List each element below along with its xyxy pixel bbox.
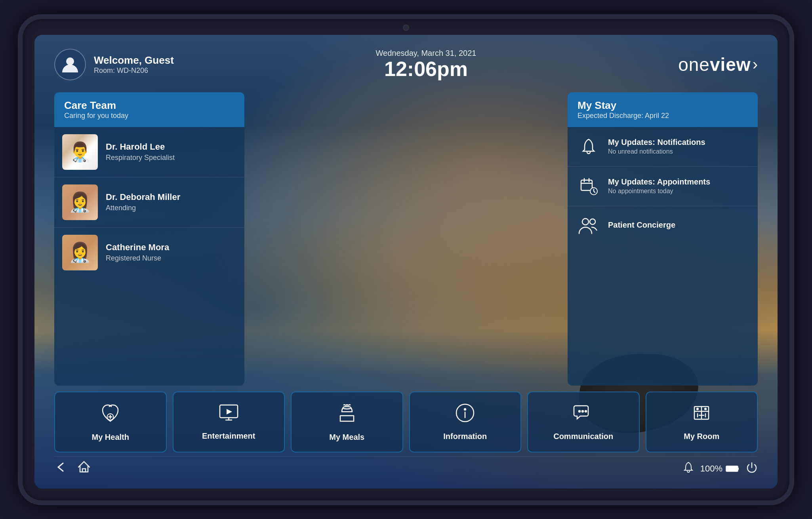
bell-icon	[578, 136, 599, 158]
care-member-harold[interactable]: Dr. Harold Lee Respiratory Specialist	[54, 127, 244, 177]
tile-health-label: My Health	[92, 433, 129, 442]
member-info-catherine: Catherine Mora Registered Nurse	[106, 242, 169, 262]
nav-right: 100%	[682, 461, 758, 476]
member-role-catherine: Registered Nurse	[106, 254, 169, 262]
svg-rect-23	[82, 469, 86, 472]
care-team-subtitle: Caring for you today	[64, 112, 234, 120]
care-team-title: Care Team	[64, 99, 234, 112]
logo-view: view	[710, 54, 751, 75]
svg-point-4	[590, 219, 595, 224]
svg-point-8	[343, 407, 351, 409]
battery-percentage: 100%	[700, 464, 722, 474]
tile-information[interactable]: Information	[409, 392, 522, 452]
people-icon	[578, 215, 599, 237]
svg-point-0	[66, 57, 74, 65]
svg-point-12	[579, 411, 580, 412]
care-member-deborah[interactable]: Dr. Deborah Miller Attending	[54, 177, 244, 228]
svg-point-11	[464, 409, 466, 410]
camera	[403, 25, 409, 31]
stay-appointments[interactable]: My Updates: Appointments No appointments…	[568, 167, 758, 206]
user-room: Room: WD-N206	[94, 67, 174, 75]
bottom-bar: 100%	[54, 456, 758, 481]
meals-icon	[337, 402, 357, 427]
notification-bell-icon[interactable]	[682, 461, 694, 476]
tile-room-label: My Room	[684, 432, 719, 441]
notifications-desc: No unread notifications	[608, 148, 705, 155]
health-icon	[99, 402, 121, 427]
my-stay-title: My Stay	[578, 99, 748, 112]
screen: Welcome, Guest Room: WD-N206 Wednesday, …	[34, 35, 778, 489]
member-photo-harold	[62, 134, 98, 170]
care-member-catherine[interactable]: Catherine Mora Registered Nurse	[54, 228, 244, 278]
member-photo-deborah	[62, 184, 98, 220]
tile-entertainment-label: Entertainment	[202, 432, 255, 441]
calendar-clock-icon	[578, 175, 599, 197]
user-text: Welcome, Guest Room: WD-N206	[94, 54, 174, 75]
tile-entertainment[interactable]: Entertainment	[173, 392, 285, 452]
svg-rect-1	[581, 180, 592, 190]
tablet-frame: Welcome, Guest Room: WD-N206 Wednesday, …	[18, 14, 794, 505]
tile-communication-label: Communication	[553, 432, 613, 441]
power-button[interactable]	[746, 461, 758, 476]
date-display: Wednesday, March 31, 2021	[376, 49, 477, 58]
tile-meals-label: My Meals	[329, 433, 364, 442]
header: Welcome, Guest Room: WD-N206 Wednesday, …	[54, 43, 758, 86]
datetime: Wednesday, March 31, 2021 12:06pm	[376, 49, 477, 80]
member-role-deborah: Attending	[106, 204, 180, 212]
svg-point-19	[705, 408, 706, 410]
stay-notifications[interactable]: My Updates: Notifications No unread noti…	[568, 127, 758, 167]
concierge-title: Patient Concierge	[608, 221, 675, 230]
svg-point-14	[585, 411, 587, 412]
logo: oneview ›	[678, 54, 758, 75]
logo-arrow: ›	[753, 55, 758, 73]
main-area: Care Team Caring for you today Dr. Harol…	[54, 92, 758, 386]
bottom-tiles: My Health Entertainment	[54, 392, 758, 452]
member-role-harold: Respiratory Specialist	[106, 154, 175, 162]
appointments-title: My Updates: Appointments	[608, 177, 710, 186]
my-stay-header: My Stay Expected Discharge: April 22	[568, 92, 758, 127]
logo-one: one	[678, 54, 710, 75]
member-name-harold: Dr. Harold Lee	[106, 142, 175, 152]
stay-concierge[interactable]: Patient Concierge	[568, 206, 758, 245]
my-stay-subtitle: Expected Discharge: April 22	[578, 112, 748, 120]
concierge-info: Patient Concierge	[608, 221, 675, 231]
care-team-header: Care Team Caring for you today	[54, 92, 244, 127]
avatar	[54, 49, 86, 80]
tile-my-room[interactable]: My Room	[646, 392, 758, 452]
tile-information-label: Information	[443, 432, 487, 441]
member-info-harold: Dr. Harold Lee Respiratory Specialist	[106, 142, 175, 162]
svg-marker-7	[227, 409, 232, 414]
user-info: Welcome, Guest Room: WD-N206	[54, 49, 174, 80]
user-greeting: Welcome, Guest	[94, 54, 174, 67]
back-button[interactable]	[54, 461, 67, 477]
information-icon	[455, 403, 475, 426]
care-team-panel: Care Team Caring for you today Dr. Harol…	[54, 92, 244, 386]
tile-my-health[interactable]: My Health	[54, 392, 167, 452]
content-area: Welcome, Guest Room: WD-N206 Wednesday, …	[34, 35, 778, 489]
battery-display: 100%	[700, 464, 740, 474]
communication-icon	[572, 403, 594, 426]
entertainment-icon	[218, 403, 240, 426]
appointments-desc: No appointments today	[608, 188, 710, 195]
member-name-deborah: Dr. Deborah Miller	[106, 192, 180, 202]
svg-rect-25	[726, 466, 738, 471]
notifications-title: My Updates: Notifications	[608, 138, 705, 147]
member-info-deborah: Dr. Deborah Miller Attending	[106, 192, 180, 212]
time-display: 12:06pm	[376, 58, 477, 80]
member-photo-catherine	[62, 235, 98, 270]
tile-my-meals[interactable]: My Meals	[291, 392, 403, 452]
room-icon	[691, 403, 712, 426]
center-spacer	[256, 92, 556, 386]
appointments-info: My Updates: Appointments No appointments…	[608, 177, 710, 195]
nav-left	[54, 460, 91, 477]
svg-point-13	[582, 411, 583, 412]
tile-communication[interactable]: Communication	[527, 392, 640, 452]
member-name-catherine: Catherine Mora	[106, 242, 169, 253]
svg-point-3	[582, 219, 589, 225]
notifications-info: My Updates: Notifications No unread noti…	[608, 138, 705, 155]
home-button[interactable]	[77, 460, 91, 477]
svg-point-18	[697, 408, 698, 410]
my-stay-panel: My Stay Expected Discharge: April 22 My …	[568, 92, 758, 386]
